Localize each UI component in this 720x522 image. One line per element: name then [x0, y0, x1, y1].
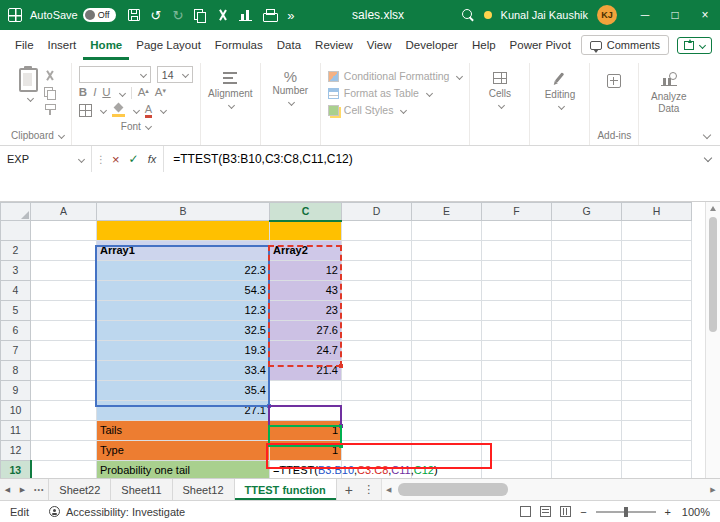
cell-C7[interactable]: 24.7: [270, 341, 342, 361]
cell-C10[interactable]: [270, 401, 342, 421]
cell-F7[interactable]: [482, 341, 552, 361]
printer-icon[interactable]: [263, 9, 276, 21]
cell-A10[interactable]: [31, 401, 97, 421]
cell-C11[interactable]: 1: [270, 421, 342, 441]
ribbon-group-cells[interactable]: Cells: [469, 63, 529, 145]
cell-A2[interactable]: [31, 241, 97, 261]
cell-C4[interactable]: 43: [270, 281, 342, 301]
cell-B9[interactable]: 35.4: [97, 381, 270, 401]
save-icon[interactable]: [128, 9, 140, 21]
search-icon[interactable]: [462, 9, 475, 22]
column-header-H[interactable]: H: [622, 203, 692, 221]
cell-F10[interactable]: [482, 401, 552, 421]
tab-formulas[interactable]: Formulas: [208, 30, 270, 60]
font-size-combo[interactable]: 14: [157, 66, 193, 83]
ribbon-group-number[interactable]: % Number: [260, 63, 320, 145]
tab-help[interactable]: Help: [465, 30, 503, 60]
cell-E6[interactable]: [412, 321, 482, 341]
user-name[interactable]: Kunal Jai Kaushik: [501, 9, 588, 21]
cell-F4[interactable]: [482, 281, 552, 301]
column-header-F[interactable]: F: [482, 203, 552, 221]
tab-data[interactable]: Data: [270, 30, 308, 60]
cell-E1[interactable]: [412, 221, 482, 241]
share-button[interactable]: [677, 37, 712, 54]
row-header-3[interactable]: 3: [1, 261, 31, 281]
add-sheet-button[interactable]: +: [337, 479, 361, 500]
cell-C9[interactable]: [270, 381, 342, 401]
cell-E8[interactable]: [412, 361, 482, 381]
formula-input[interactable]: =TTEST(B3:B10,C3:C8,C11,C12): [164, 152, 362, 166]
cell-H5[interactable]: [622, 301, 692, 321]
cell-F6[interactable]: [482, 321, 552, 341]
row-header-13[interactable]: 13: [1, 461, 31, 479]
sheet-more-button[interactable]: ⋮: [361, 479, 377, 500]
cell-D3[interactable]: [342, 261, 412, 281]
minimize-button[interactable]: ─: [630, 0, 660, 30]
cell-B12[interactable]: Type: [97, 441, 270, 461]
zoom-slider[interactable]: [596, 511, 656, 513]
cell-styles-button[interactable]: Cell Styles: [328, 104, 463, 116]
cell-B2[interactable]: Array1: [97, 241, 270, 261]
cell-G2[interactable]: [552, 241, 622, 261]
maximize-button[interactable]: □: [660, 0, 690, 30]
cell-D1[interactable]: [342, 221, 412, 241]
autosave-toggle[interactable]: AutoSave Off: [30, 8, 116, 22]
cell-F8[interactable]: [482, 361, 552, 381]
chevron-down-icon[interactable]: [100, 107, 107, 114]
name-box[interactable]: EXP: [0, 146, 92, 172]
cell-C6[interactable]: 27.6: [270, 321, 342, 341]
cell-H10[interactable]: [622, 401, 692, 421]
cell-D6[interactable]: [342, 321, 412, 341]
cell-E12[interactable]: [412, 441, 482, 461]
column-header-B[interactable]: B: [97, 203, 270, 221]
normal-view-button[interactable]: [520, 506, 531, 517]
cell-B13[interactable]: Probability one tail: [97, 461, 270, 479]
accessibility-status[interactable]: Accessibility: Investigate: [49, 506, 185, 518]
cell-A5[interactable]: [31, 301, 97, 321]
cell-C3[interactable]: 12: [270, 261, 342, 281]
cell-D8[interactable]: [342, 361, 412, 381]
cell-F13[interactable]: [482, 461, 552, 479]
cell-A9[interactable]: [31, 381, 97, 401]
increase-font-button[interactable]: A▴: [138, 87, 149, 99]
bold-button[interactable]: B: [79, 87, 87, 99]
page-break-view-button[interactable]: [560, 506, 571, 517]
cell-G9[interactable]: [552, 381, 622, 401]
cell-B7[interactable]: 19.3: [97, 341, 270, 361]
horizontal-scrollbar[interactable]: ◀ ▶: [381, 479, 720, 500]
cell-A8[interactable]: [31, 361, 97, 381]
cell-D4[interactable]: [342, 281, 412, 301]
cell-C8[interactable]: 21.4: [270, 361, 342, 381]
cell-D5[interactable]: [342, 301, 412, 321]
cell-A7[interactable]: [31, 341, 97, 361]
close-button[interactable]: ×: [690, 0, 720, 30]
document-title[interactable]: sales.xlsx: [352, 8, 404, 22]
chevron-down-icon[interactable]: [119, 89, 126, 96]
avatar[interactable]: KJ: [597, 5, 617, 25]
fill-color-button[interactable]: [112, 104, 125, 117]
cell-E7[interactable]: [412, 341, 482, 361]
cell-H9[interactable]: [622, 381, 692, 401]
row-header-10[interactable]: 10: [1, 401, 31, 421]
chart-icon[interactable]: [239, 9, 252, 21]
sheet-nav-left-icon[interactable]: ◀: [0, 479, 15, 500]
sheet-tab-overflow[interactable]: •••: [30, 479, 48, 500]
cell-E11[interactable]: [412, 421, 482, 441]
cell-B6[interactable]: 32.5: [97, 321, 270, 341]
italic-button[interactable]: I: [93, 87, 96, 99]
undo-icon[interactable]: ↺: [151, 9, 162, 22]
enter-button[interactable]: ✓: [129, 153, 139, 165]
cell-A11[interactable]: [31, 421, 97, 441]
dialog-launcher-icon[interactable]: [145, 123, 152, 130]
autosave-switch[interactable]: Off: [83, 8, 116, 22]
cell-A4[interactable]: [31, 281, 97, 301]
cell-C1[interactable]: [270, 221, 342, 241]
font-name-combo[interactable]: [79, 66, 151, 83]
cell-C13[interactable]: =TTEST(B3:B10,C3:C8,C11,C12): [270, 461, 342, 479]
format-as-table-button[interactable]: Format as Table: [328, 87, 463, 99]
cell-G12[interactable]: [552, 441, 622, 461]
cell-H6[interactable]: [622, 321, 692, 341]
cell-G3[interactable]: [552, 261, 622, 281]
cell-D10[interactable]: [342, 401, 412, 421]
cell-C12[interactable]: 1: [270, 441, 342, 461]
